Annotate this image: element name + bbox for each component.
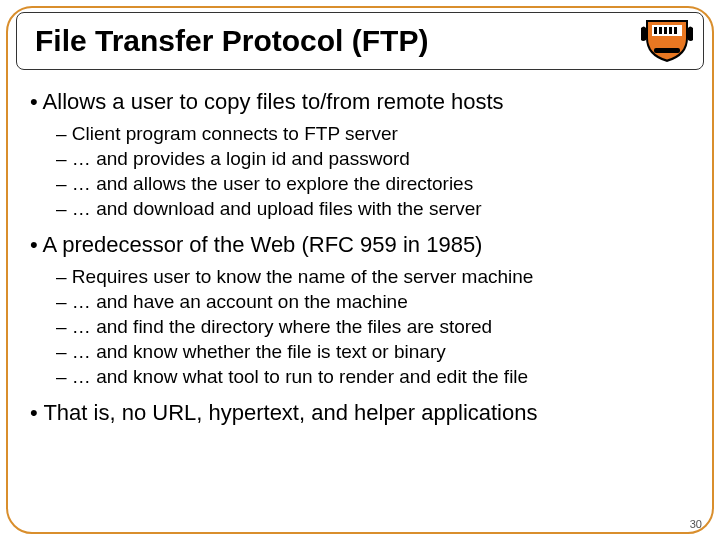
- sub-text: … and know what tool to run to render an…: [72, 366, 528, 387]
- bullet-text: A predecessor of the Web (RFC 959 in 198…: [43, 232, 483, 257]
- sub-text: Client program connects to FTP server: [72, 123, 398, 144]
- bullet-sub: … and know whether the file is text or b…: [54, 339, 698, 364]
- bullet-sub: … and provides a login id and password: [54, 146, 698, 171]
- sub-list: Requires user to know the name of the se…: [54, 264, 698, 389]
- bullet-sub: Client program connects to FTP server: [54, 121, 698, 146]
- bullet-sub: … and have an account on the machine: [54, 289, 698, 314]
- svg-rect-1: [654, 27, 657, 34]
- bullet-sub: Requires user to know the name of the se…: [54, 264, 698, 289]
- sub-text: Requires user to know the name of the se…: [72, 266, 534, 287]
- sub-text: … and download and upload files with the…: [72, 198, 482, 219]
- bullet-text: Allows a user to copy files to/from remo…: [43, 89, 504, 114]
- bullet-sub: … and download and upload files with the…: [54, 196, 698, 221]
- bullet-sub: … and allows the user to explore the dir…: [54, 171, 698, 196]
- sub-text: … and provides a login id and password: [72, 148, 410, 169]
- bullet-main: A predecessor of the Web (RFC 959 in 198…: [28, 231, 698, 260]
- sub-text: … and have an account on the machine: [72, 291, 408, 312]
- svg-rect-3: [664, 27, 667, 34]
- slide-title: File Transfer Protocol (FTP): [35, 24, 428, 58]
- bullet-main: That is, no URL, hypertext, and helper a…: [28, 399, 698, 428]
- slide-content: Allows a user to copy files to/from remo…: [28, 82, 698, 528]
- princeton-shield-logo: [640, 16, 694, 64]
- page-number: 30: [690, 518, 702, 530]
- svg-rect-2: [659, 27, 662, 34]
- bullet-text: That is, no URL, hypertext, and helper a…: [43, 400, 537, 425]
- sub-text: … and know whether the file is text or b…: [72, 341, 446, 362]
- sub-text: … and find the directory where the files…: [72, 316, 492, 337]
- bullet-sub: … and know what tool to run to render an…: [54, 364, 698, 389]
- title-box: File Transfer Protocol (FTP): [16, 12, 704, 70]
- svg-rect-6: [654, 48, 680, 53]
- sub-text: … and allows the user to explore the dir…: [72, 173, 473, 194]
- svg-rect-5: [674, 27, 677, 34]
- bullet-main: Allows a user to copy files to/from remo…: [28, 88, 698, 117]
- bullet-sub: … and find the directory where the files…: [54, 314, 698, 339]
- sub-list: Client program connects to FTP server … …: [54, 121, 698, 221]
- svg-rect-4: [669, 27, 672, 34]
